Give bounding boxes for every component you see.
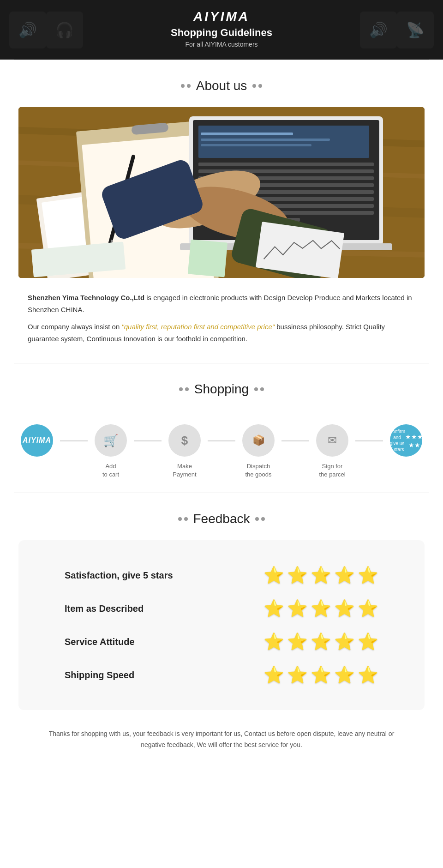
step-aiyima-circle: AIYIMA xyxy=(21,424,53,457)
star-i1: ⭐ xyxy=(263,600,284,617)
header-subtitle: For all AIYIMA customers xyxy=(0,41,443,48)
shopping-steps: AIYIMA 🛒 Addto cart $ MakePayment 📦 Disp… xyxy=(0,410,443,493)
star-s2: ⭐ xyxy=(287,633,308,650)
shopping-section-title: Shopping xyxy=(194,382,249,397)
svg-rect-26 xyxy=(201,144,311,146)
about-title-row: About us xyxy=(0,78,443,93)
dots-left xyxy=(181,84,191,88)
step-dispatch: 📦 Dispatchthe goods xyxy=(235,424,281,479)
step-line-3 xyxy=(208,440,235,441)
svg-rect-23 xyxy=(198,126,369,158)
feedback-row-service: Service Attitude ⭐ ⭐ ⭐ ⭐ ⭐ xyxy=(46,625,397,658)
star-4: ⭐ xyxy=(334,567,355,584)
scene-svg xyxy=(18,107,425,278)
step-cart: 🛒 Addto cart xyxy=(88,424,134,479)
feedback-label-satisfaction: Satisfaction, give 5 stars xyxy=(65,570,173,581)
step-payment-circle: $ xyxy=(168,424,201,457)
philosophy-intro: Our company always insist on xyxy=(28,323,121,331)
star-sh5: ⭐ xyxy=(358,667,378,683)
step-cart-circle: 🛒 xyxy=(95,424,127,457)
shopping-title-row: Shopping xyxy=(0,382,443,397)
star-sh2: ⭐ xyxy=(287,667,308,683)
star-s4: ⭐ xyxy=(334,633,355,650)
star-i5: ⭐ xyxy=(358,600,378,617)
divider-2 xyxy=(14,363,429,363)
star-s1: ⭐ xyxy=(263,633,284,650)
feedback-row-satisfaction: Satisfaction, give 5 stars ⭐ ⭐ ⭐ ⭐ ⭐ xyxy=(46,559,397,592)
company-name: Shenzhen Yima Technology Co.,Ltd xyxy=(28,294,144,301)
star-2: ⭐ xyxy=(287,567,308,584)
confirm-text: Confirm andgive us 5 stars xyxy=(389,428,405,452)
star-sh4: ⭐ xyxy=(334,667,355,683)
header-title: Shopping Guidelines xyxy=(0,27,443,39)
svg-rect-25 xyxy=(201,139,330,141)
feedback-dots-right xyxy=(255,517,265,521)
feedback-label-item: Item as Described xyxy=(65,603,144,614)
feedback-row-shipping: Shipping Speed ⭐ ⭐ ⭐ ⭐ ⭐ xyxy=(46,658,397,692)
brand-logo: AIYIMA xyxy=(0,9,443,24)
step-cart-label: Addto cart xyxy=(102,462,119,479)
star-i2: ⭐ xyxy=(287,600,308,617)
step-payment-label: MakePayment xyxy=(173,462,196,479)
stars-service: ⭐ ⭐ ⭐ ⭐ ⭐ xyxy=(263,633,378,650)
divider-3 xyxy=(14,493,429,493)
header: 🔊 🎧 🔊 📡 AIYIMA Shopping Guidelines For a… xyxy=(0,0,443,60)
star-3: ⭐ xyxy=(311,567,331,584)
feedback-label-shipping: Shipping Speed xyxy=(65,670,134,681)
svg-rect-33 xyxy=(188,240,227,277)
step-confirm: Confirm andgive us 5 stars ★★★★★ xyxy=(383,424,429,462)
feedback-label-service: Service Attitude xyxy=(65,637,135,647)
step-line-5 xyxy=(355,440,383,441)
shopping-dots-left xyxy=(179,387,189,391)
business-scene-bg xyxy=(18,107,425,278)
philosophy-quote: "quality first, reputation first and com… xyxy=(121,323,275,331)
step-dispatch-label: Dispatchthe goods xyxy=(245,462,271,479)
confirm-stars: ★★★★★ xyxy=(405,433,423,449)
feedback-dots-left xyxy=(178,517,188,521)
svg-rect-24 xyxy=(201,133,293,135)
feedback-section-title: Feedback xyxy=(193,512,250,526)
dots-right xyxy=(252,84,262,88)
star-i4: ⭐ xyxy=(334,600,355,617)
about-text-block: Shenzhen Yima Technology Co.,Ltd is enga… xyxy=(28,292,415,344)
step-sign-label: Sign forthe parcel xyxy=(319,462,345,479)
stars-satisfaction: ⭐ ⭐ ⭐ ⭐ ⭐ xyxy=(263,567,378,584)
divider-1 xyxy=(14,60,429,60)
star-i3: ⭐ xyxy=(311,600,331,617)
about-image xyxy=(18,107,425,278)
star-s3: ⭐ xyxy=(311,633,331,650)
step-line-2 xyxy=(134,440,162,441)
step-line-1 xyxy=(60,440,88,441)
star-sh3: ⭐ xyxy=(311,667,331,683)
step-aiyima: AIYIMA xyxy=(14,424,60,462)
feedback-title-row: Feedback xyxy=(0,512,443,526)
svg-rect-14 xyxy=(198,163,374,166)
star-5: ⭐ xyxy=(358,567,378,584)
step-sign: ✉ Sign forthe parcel xyxy=(309,424,355,479)
step-confirm-circle: Confirm andgive us 5 stars ★★★★★ xyxy=(390,424,422,457)
step-payment: $ MakePayment xyxy=(162,424,208,479)
shopping-dots-right xyxy=(254,387,264,391)
star-sh1: ⭐ xyxy=(263,667,284,683)
stars-item: ⭐ ⭐ ⭐ ⭐ ⭐ xyxy=(263,600,378,617)
stars-shipping: ⭐ ⭐ ⭐ ⭐ ⭐ xyxy=(263,667,378,683)
step-dispatch-circle: 📦 xyxy=(242,424,275,457)
feedback-bottom-text: Thanks for shopping with us, your feedba… xyxy=(18,724,425,769)
step-sign-circle: ✉ xyxy=(316,424,348,457)
feedback-section: Satisfaction, give 5 stars ⭐ ⭐ ⭐ ⭐ ⭐ Ite… xyxy=(0,540,443,788)
star-1: ⭐ xyxy=(263,567,284,584)
star-s5: ⭐ xyxy=(358,633,378,650)
about-section-title: About us xyxy=(196,78,247,93)
step-line-4 xyxy=(281,440,309,441)
feedback-row-item: Item as Described ⭐ ⭐ ⭐ ⭐ ⭐ xyxy=(46,592,397,625)
feedback-card: Satisfaction, give 5 stars ⭐ ⭐ ⭐ ⭐ ⭐ Ite… xyxy=(18,540,425,710)
